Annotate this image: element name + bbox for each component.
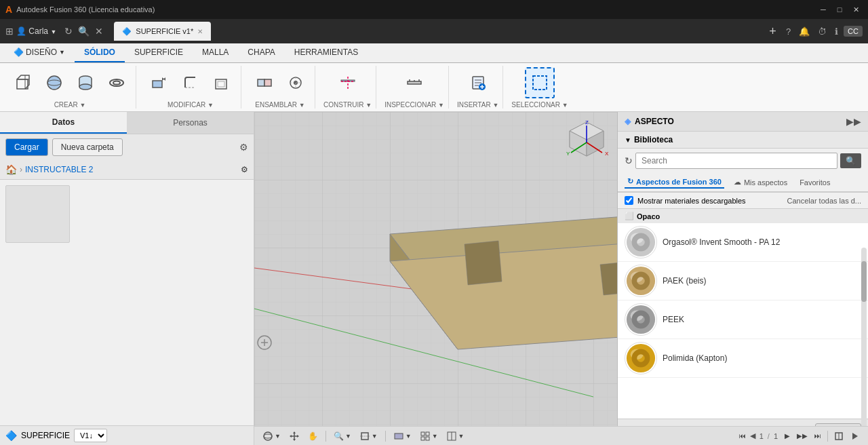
info-icon-top[interactable]: ℹ <box>835 26 838 37</box>
search-toolbar-icon[interactable]: 🔍 <box>78 26 90 37</box>
animation-button[interactable] <box>848 430 863 442</box>
search-button[interactable]: 🔍 <box>840 153 861 168</box>
user-menu[interactable]: 👤 Carla ▼ <box>16 26 56 36</box>
modificar-btn-3[interactable] <box>207 67 237 98</box>
crear-btn-1[interactable] <box>8 67 38 98</box>
nav-next-button[interactable]: ▶▶ <box>794 431 810 441</box>
biblioteca-header[interactable]: ▼ Biblioteca <box>618 132 868 149</box>
material-thumb-1 <box>625 226 657 258</box>
settings-button[interactable]: ⚙ <box>239 142 248 153</box>
ensamblar-btn-2[interactable] <box>281 67 311 98</box>
crear-btn-2[interactable] <box>39 67 69 98</box>
orbit-button[interactable]: ▼ <box>260 429 283 443</box>
doc-icon: 🔷 <box>122 27 132 36</box>
aspect-expand-button[interactable]: ▶▶ <box>846 116 861 127</box>
cancel-download-link[interactable]: Cancelar todas las d... <box>787 197 861 205</box>
refresh-icon-aspect[interactable]: ↻ <box>625 155 633 166</box>
ribbon-tab-herramientas[interactable]: HERRAMIENTAS <box>285 43 368 62</box>
user-icon: 👤 <box>16 26 26 36</box>
ribbon-tab-malla[interactable]: MALLA <box>193 43 238 62</box>
zoom-arrow-icon: ▼ <box>345 433 351 440</box>
viewcube[interactable]: X Y Z <box>563 119 610 166</box>
maximize-button[interactable]: □ <box>833 3 846 16</box>
crear-btn-4[interactable] <box>102 67 132 98</box>
breadcrumb-settings[interactable]: ⚙ <box>241 165 248 174</box>
nav-start-button[interactable]: ⏮ <box>736 431 749 441</box>
ensamblar-btn-1[interactable] <box>250 67 279 98</box>
nav-end-button[interactable]: ⏭ <box>812 431 824 441</box>
left-sidebar: Datos Personas Cargar Nueva carpeta ⚙ 🏠 … <box>0 112 254 445</box>
insertar-btn-1[interactable] <box>463 67 493 98</box>
close-pane-icon[interactable]: ✕ <box>95 26 103 37</box>
nueva-carpeta-button[interactable]: Nueva carpeta <box>52 138 123 156</box>
home-icon[interactable]: 🏠 <box>5 164 17 175</box>
filter-fusion-aspectos[interactable]: ↻ Aspectos de Fusion 360 <box>625 176 724 189</box>
fit-button[interactable]: ▼ <box>357 429 380 443</box>
material-item[interactable]: PEEK <box>618 301 868 339</box>
assemble-icon <box>255 73 274 92</box>
zoom-button[interactable]: 🔍 ▼ <box>331 430 354 442</box>
modificar-btn-1[interactable] <box>144 67 174 98</box>
model-label: SUPERFICIE <box>21 431 70 440</box>
downloadable-checkbox[interactable] <box>625 196 633 205</box>
ribbon-tab-diseno[interactable]: 🔷 DISEÑO ▼ <box>4 43 75 62</box>
split-view-button[interactable]: ▼ <box>443 429 467 443</box>
clock-icon[interactable]: ⏱ <box>818 26 827 37</box>
close-button[interactable]: ✕ <box>849 3 863 16</box>
svg-marker-77 <box>293 431 296 433</box>
material-item[interactable]: PAEK (beis) <box>618 262 868 301</box>
svg-rect-87 <box>426 437 429 440</box>
tab-close-icon[interactable]: ✕ <box>197 28 203 35</box>
pan-button[interactable] <box>286 429 302 443</box>
search-input[interactable] <box>635 153 837 169</box>
viewport[interactable]: X Y Z ◈ ASPECTO ▶▶ ▼ Biblioteca <box>254 112 868 445</box>
svg-point-3 <box>47 76 61 90</box>
inspeccionar-btn-1[interactable] <box>399 67 429 98</box>
display-mode-button[interactable]: ▼ <box>391 429 414 443</box>
frame-indicator: ◀ <box>750 431 755 440</box>
grid-view-button[interactable]: ▼ <box>417 429 441 443</box>
insert-icon <box>469 73 488 92</box>
keyframe-button[interactable] <box>831 430 846 442</box>
modificar-btn-2[interactable] <box>176 67 205 98</box>
sidebar-tab-personas[interactable]: Personas <box>127 112 254 134</box>
construir-label: CONSTRUIR ▼ <box>323 101 372 109</box>
cylinder-icon <box>76 73 95 92</box>
seleccionar-btn-1[interactable] <box>525 67 555 98</box>
material-thumb-3 <box>625 303 657 336</box>
nav-play-button[interactable]: ▶ <box>782 431 793 441</box>
construir-group: CONSTRUIR ▼ <box>319 66 376 109</box>
sidebar-content <box>0 180 254 425</box>
material-category-opaco[interactable]: ⬜ Opaco <box>618 209 868 223</box>
new-tab-button[interactable]: + <box>765 24 781 39</box>
grid-icon[interactable]: ⊞ <box>5 26 14 37</box>
aspect-header-actions: ▶▶ <box>846 116 861 127</box>
notification-icon[interactable]: 🔔 <box>799 26 810 37</box>
construir-btn-1[interactable] <box>333 67 363 98</box>
scrollbar-thumb[interactable] <box>861 261 867 302</box>
crear-btn-3[interactable] <box>71 67 100 98</box>
breadcrumb-project[interactable]: INSTRUCTABLE 2 <box>25 165 93 174</box>
material-item[interactable]: Orgasol® Invent Smooth - PA 12 <box>618 223 868 262</box>
ribbon-tab-chapa[interactable]: CHAPA <box>238 43 284 62</box>
joint-icon <box>286 73 305 92</box>
modificar-group: MODIFICAR ▼ <box>140 66 241 109</box>
cargar-button[interactable]: Cargar <box>5 138 48 156</box>
help-icon[interactable]: ? <box>786 26 791 37</box>
minimize-button[interactable]: ─ <box>816 3 830 16</box>
refresh-icon[interactable]: ↻ <box>64 26 73 37</box>
push-pull-icon <box>150 73 169 92</box>
active-document-tab[interactable]: 🔷 SUPERFICIE v1* ✕ <box>114 22 211 41</box>
hand-button[interactable]: ✋ <box>305 430 321 442</box>
ribbon-tab-superficie[interactable]: SUPERFICIE <box>125 43 193 62</box>
sidebar-breadcrumb: 🏠 › INSTRUCTABLE 2 ⚙ <box>0 160 254 180</box>
material-item[interactable]: Polimida (Kapton) <box>618 339 868 378</box>
sidebar-tab-datos[interactable]: Datos <box>0 112 127 134</box>
filter-mis-aspectos[interactable]: ☁ Mis aspectos <box>731 176 790 189</box>
ribbon-tab-solido[interactable]: SÓLIDO <box>75 43 125 62</box>
version-select[interactable]: V1↓ <box>74 429 107 442</box>
app-title: Autodesk Fusion 360 (Licencia educativa) <box>16 5 155 14</box>
ensamblar-group: ENSAMBLAR ▼ <box>245 66 315 109</box>
filter-favoritos[interactable]: Favoritos <box>797 176 833 189</box>
sidebar-tabs: Datos Personas <box>0 112 254 134</box>
